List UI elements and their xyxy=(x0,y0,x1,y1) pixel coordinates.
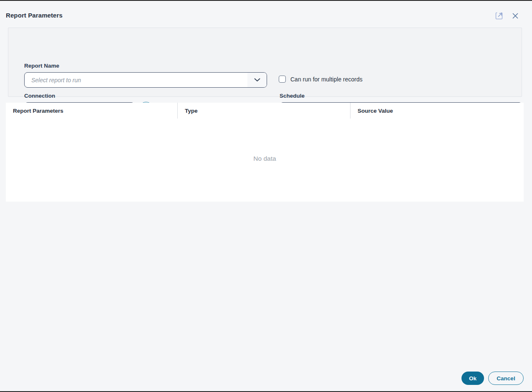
report-parameters-dialog: Report Parameters Report Name Select rep… xyxy=(0,0,532,392)
checkbox-unchecked-icon[interactable] xyxy=(279,76,286,83)
report-form-panel: Report Name Select report to run Can run… xyxy=(8,28,522,97)
report-parameters-table: Report Parameters Type Source Value No d… xyxy=(6,103,524,202)
cancel-button[interactable]: Cancel xyxy=(488,372,524,385)
ok-button[interactable]: Ok xyxy=(461,372,484,385)
multiple-records-checkbox[interactable]: Can run for multiple records xyxy=(279,76,363,83)
schedule-label: Schedule xyxy=(280,93,305,99)
report-name-select[interactable]: Select report to run xyxy=(24,72,267,88)
page-title: Report Parameters xyxy=(6,12,63,19)
window-top-border xyxy=(0,0,532,1)
open-in-new-window-icon[interactable] xyxy=(495,12,503,20)
column-header-source-value: Source Value xyxy=(350,103,524,119)
table-header-row: Report Parameters Type Source Value xyxy=(6,103,524,119)
chevron-down-icon xyxy=(247,73,267,87)
table-empty-state: No data xyxy=(6,155,524,162)
connection-label: Connection xyxy=(24,93,55,99)
multiple-records-label: Can run for multiple records xyxy=(290,76,363,83)
column-header-report-parameters: Report Parameters xyxy=(6,103,178,119)
report-name-placeholder: Select report to run xyxy=(25,73,247,87)
column-header-type: Type xyxy=(178,103,350,119)
report-name-label: Report Name xyxy=(24,63,59,69)
close-icon[interactable] xyxy=(512,12,519,20)
